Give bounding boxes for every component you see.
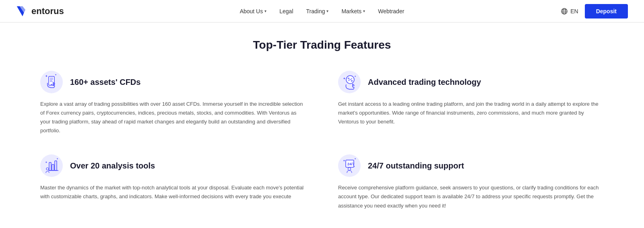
feature-cfds-desc: Explore a vast array of trading possibil… xyxy=(40,100,306,135)
feature-support: 24/7 ✦ ✦ ✦ 24/7 outstanding support Rece… xyxy=(338,154,604,210)
feature-technology-header: ✦ ✦ Advanced trading technology xyxy=(338,71,604,93)
feature-analysis-title: Over 20 analysis tools xyxy=(70,161,155,170)
support-icon: 24/7 ✦ ✦ ✦ xyxy=(338,154,361,177)
feature-support-header: 24/7 ✦ ✦ ✦ 24/7 outstanding support xyxy=(338,154,604,177)
nav-item-trading[interactable]: Trading ▾ xyxy=(306,8,329,14)
main-content: Top-Tier Trading Features xyxy=(0,23,644,228)
svg-text:✦: ✦ xyxy=(55,74,57,76)
nav-center: About Us ▾ Legal Trading ▾ Markets ▾ Web… xyxy=(240,8,405,14)
lang-label: EN xyxy=(570,8,578,14)
page-title: Top-Tier Trading Features xyxy=(40,39,604,51)
technology-icon: ✦ ✦ xyxy=(338,71,361,93)
svg-text:✦: ✦ xyxy=(343,159,345,162)
globe-icon xyxy=(561,8,568,15)
nav-item-about[interactable]: About Us ▾ xyxy=(240,8,267,14)
nav-right: EN Deposit xyxy=(561,4,628,18)
nav-item-webtrader[interactable]: Webtrader xyxy=(378,8,404,14)
feature-technology-desc: Get instant access to a leading online t… xyxy=(338,100,604,126)
svg-text:✦: ✦ xyxy=(354,158,356,160)
feature-technology: ✦ ✦ Advanced trading technology Get inst… xyxy=(338,71,604,135)
feature-cfds-title: 160+ assets' CFDs xyxy=(70,78,140,87)
navbar: entorus About Us ▾ Legal Trading ▾ Marke… xyxy=(0,0,644,23)
feature-analysis: ✦ ✦ Over 20 analysis tools Master the dy… xyxy=(40,154,306,210)
feature-cfds: ✦ ✦ 160+ assets' CFDs Explore a vast arr… xyxy=(40,71,306,135)
feature-cfds-header: ✦ ✦ 160+ assets' CFDs xyxy=(40,71,306,93)
feature-analysis-desc: Master the dynamics of the market with t… xyxy=(40,183,306,201)
feature-technology-title: Advanced trading technology xyxy=(368,78,481,87)
feature-support-desc: Receive comprehensive platform guidance,… xyxy=(338,183,604,210)
chevron-down-icon: ▾ xyxy=(326,9,328,13)
chevron-down-icon: ▾ xyxy=(363,9,365,13)
svg-text:✦: ✦ xyxy=(353,165,355,168)
svg-rect-13 xyxy=(51,84,52,85)
deposit-button[interactable]: Deposit xyxy=(585,4,628,18)
chevron-down-icon: ▾ xyxy=(264,9,266,13)
svg-text:✦: ✦ xyxy=(45,161,47,164)
svg-text:✦: ✦ xyxy=(354,75,356,78)
svg-text:✦: ✦ xyxy=(56,158,58,160)
logo-text: entorus xyxy=(31,6,64,16)
nav-item-markets[interactable]: Markets ▾ xyxy=(341,8,365,14)
feature-support-title: 24/7 outstanding support xyxy=(368,161,464,170)
nav-item-legal[interactable]: Legal xyxy=(279,8,293,14)
cfds-icon: ✦ ✦ xyxy=(40,71,63,93)
svg-point-28 xyxy=(40,154,63,177)
svg-text:✦: ✦ xyxy=(45,74,48,78)
features-grid: ✦ ✦ 160+ assets' CFDs Explore a vast arr… xyxy=(40,71,604,210)
svg-text:✦: ✦ xyxy=(343,77,346,80)
analysis-icon: ✦ ✦ xyxy=(40,154,63,177)
language-selector[interactable]: EN xyxy=(561,8,578,15)
feature-analysis-header: ✦ ✦ Over 20 analysis tools xyxy=(40,154,306,177)
logo[interactable]: entorus xyxy=(16,5,64,18)
